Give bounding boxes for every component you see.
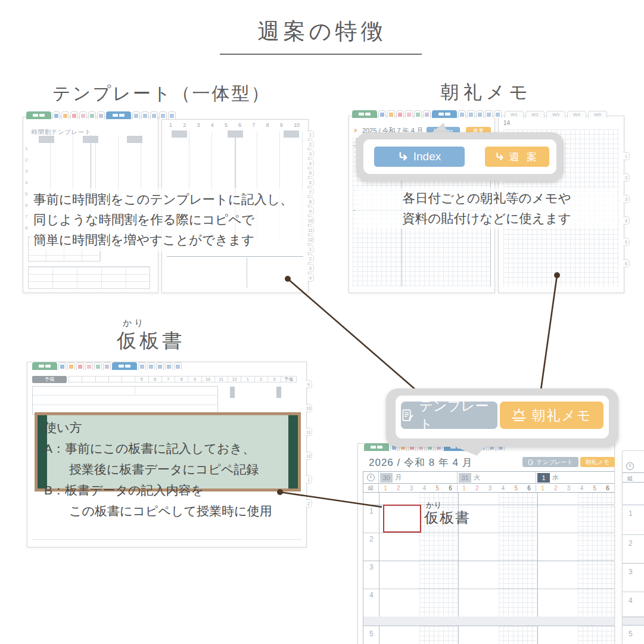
morning-memo-mini-button[interactable]: 朝礼メモ [580,457,615,467]
subject-tab[interactable] [67,362,75,370]
month-index-tab[interactable]: 9 [306,380,312,388]
slot-cell[interactable]: 5 [135,376,148,382]
template-mini-button[interactable]: テンプレート [522,457,578,467]
month-index-tab[interactable]: 11 [307,226,314,234]
month-index-tab[interactable]: 1 [307,245,314,253]
tab-admin[interactable] [106,111,131,119]
subject-tab[interactable] [414,110,422,118]
slot-cell[interactable] [96,376,109,382]
month-index-tab[interactable]: 4 [623,216,630,225]
month-index-tab[interactable]: 5 [307,169,314,177]
misc-tab[interactable] [159,111,167,119]
template-doc-icon [528,459,534,465]
month-index-tab[interactable]: 7 [307,188,314,196]
month-index-tab[interactable]: 2 [623,173,630,182]
morning-memo-button[interactable]: 朝礼メモ [500,402,603,429]
month-index-tab[interactable]: 1 [306,475,312,484]
misc-tab[interactable] [132,111,140,119]
slot-cell[interactable]: 1 [241,376,254,382]
subject-tab[interactable] [396,110,404,118]
month-index-tab[interactable]: 8 [307,197,314,206]
slot-cell[interactable] [69,376,82,382]
tab-overview[interactable] [352,110,377,118]
misc-tab[interactable] [458,110,466,118]
month-index-tab[interactable]: 11 [306,428,312,436]
month-index-tab[interactable]: 2 [307,254,314,263]
week-tab[interactable]: W2 [525,111,545,118]
subject-tab[interactable] [70,111,78,119]
week-tab[interactable]: W5 [588,111,607,118]
slot-cell[interactable] [122,376,135,382]
misc-tab[interactable] [467,110,475,118]
misc-tab[interactable] [138,362,146,370]
subject-tab[interactable] [103,362,111,370]
subject-tab[interactable] [61,111,69,119]
month-index-tab[interactable]: 6 [307,178,314,186]
month-index-tab[interactable]: 4 [307,273,314,282]
misc-tab[interactable] [168,111,176,119]
tab-lesson[interactable] [364,443,389,451]
tab-revision[interactable] [432,110,457,118]
slot-cell[interactable]: 9 [188,376,201,382]
subject-tab[interactable] [76,362,84,370]
index-button[interactable]: Index [374,147,465,167]
month-index-tab[interactable]: 1 [307,130,314,139]
subject-tab[interactable] [423,110,431,118]
month-index-tab[interactable]: 12 [307,235,314,244]
subject-tab[interactable] [94,362,102,370]
spare-slot-toolbar: 予備 56789101112123 予備 [32,375,297,383]
tab-lesson[interactable] [32,362,57,370]
subject-tab[interactable] [387,110,395,118]
month-index-tab[interactable]: 10 [307,216,314,225]
slot-cell[interactable]: 6 [149,376,162,382]
clock-icon [367,474,375,481]
week-tab[interactable]: W4 [567,111,586,118]
subject-tab[interactable] [405,110,413,118]
month-index-tab[interactable]: 3 [307,150,314,158]
misc-tab[interactable] [156,362,164,370]
subject-tab[interactable] [88,111,96,119]
week-tab[interactable]: W1 [505,111,524,118]
misc-tab[interactable] [150,111,158,119]
misc-tab[interactable] [476,110,484,118]
month-index-tab[interactable]: 10 [306,404,312,412]
slot-cell[interactable]: 8 [175,376,188,382]
slot-cell[interactable]: 7 [162,376,175,382]
subject-tab[interactable] [52,111,60,119]
subject-tab[interactable] [97,111,105,119]
slot-cell[interactable]: 11 [215,376,228,382]
misc-tab[interactable] [494,110,502,118]
slot-cell[interactable]: 12 [228,376,241,382]
misc-tab[interactable] [147,362,155,370]
month-index-tab[interactable]: 3 [623,195,630,203]
slot-cell[interactable]: 2 [255,376,268,382]
spare-pill[interactable]: 予備 [32,376,67,383]
misc-tab[interactable] [141,111,149,119]
weekly-plan-button[interactable]: 週 案 [485,147,549,167]
slot-cell[interactable] [109,376,122,382]
month-index-tab[interactable]: 1 [623,152,630,160]
slot-cell[interactable]: 10 [202,376,215,382]
month-index-tab[interactable]: 4 [307,159,314,167]
subject-tab[interactable] [378,110,386,118]
template-button[interactable]: テンプレート [401,402,497,429]
month-index-tab[interactable]: 9 [307,207,314,215]
tab-admin[interactable] [112,362,137,370]
month-index-tab[interactable]: 6 [623,259,630,267]
month-index-tab[interactable]: 12 [306,452,312,460]
month-index-tab[interactable]: 2 [306,499,312,508]
slot-cell[interactable]: 3 [268,376,281,382]
subject-tab[interactable] [58,362,66,370]
subject-tab[interactable] [79,111,87,119]
subject-tab[interactable] [85,362,93,370]
tab-overview[interactable] [26,111,51,119]
spare-cell[interactable]: 予備 [281,376,297,382]
misc-tab[interactable] [485,110,493,118]
week-tab[interactable]: W3 [546,111,565,118]
misc-tab[interactable] [174,362,182,370]
month-index-tab[interactable]: 3 [307,264,314,272]
month-index-tab[interactable]: 5 [623,238,630,246]
month-index-tab[interactable]: 2 [307,140,314,148]
misc-tab[interactable] [165,362,173,370]
slot-cell[interactable] [82,376,95,382]
